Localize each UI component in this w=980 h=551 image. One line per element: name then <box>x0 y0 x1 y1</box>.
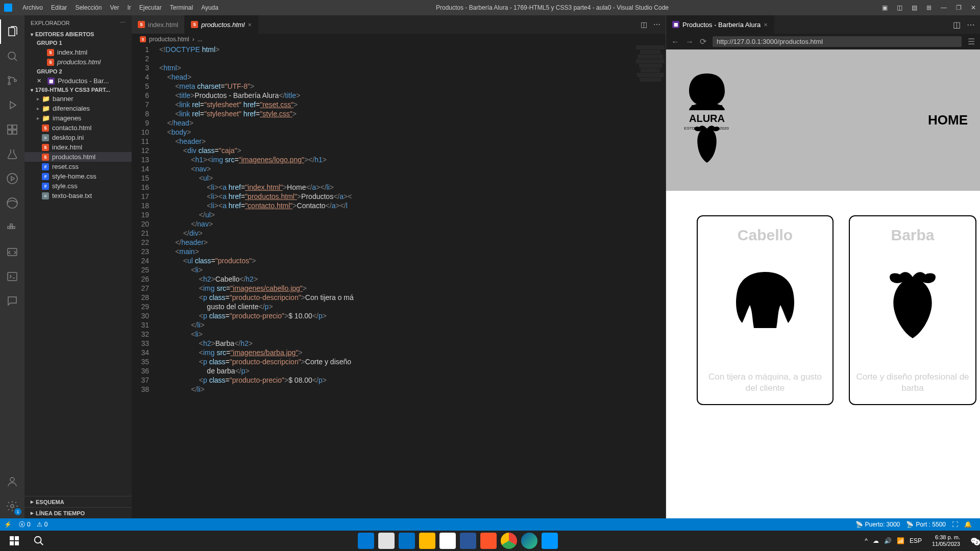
forward-icon[interactable]: → <box>685 37 694 46</box>
testing-icon[interactable] <box>0 142 24 166</box>
volume-icon[interactable]: 🔊 <box>884 537 892 544</box>
comments-icon[interactable] <box>0 289 24 313</box>
activity-bar: 1 <box>0 15 24 518</box>
open-editor-productos[interactable]: 5productos.html <box>24 57 132 67</box>
split-icon[interactable]: ◫ <box>641 20 647 29</box>
section-label: EDITORES ABIERTOS <box>35 31 94 37</box>
extensions-icon[interactable] <box>0 117 24 142</box>
layout-side-icon[interactable]: ▤ <box>912 4 917 11</box>
menu-ver[interactable]: Ver <box>106 4 123 11</box>
tray-chevron-icon[interactable]: ^ <box>865 537 868 544</box>
split-icon[interactable]: ◫ <box>953 20 961 30</box>
explorer-icon[interactable] <box>0 19 24 44</box>
file-item[interactable]: #reset.css <box>24 162 132 171</box>
file-label: productos.html <box>57 58 101 66</box>
errors-indicator[interactable]: ⓧ 0 <box>16 520 34 529</box>
folder-item[interactable]: ▸📁diferenciales <box>24 104 132 113</box>
edge-icon[interactable] <box>0 191 24 215</box>
svg-point-9 <box>7 198 17 208</box>
menu-terminal[interactable]: Terminal <box>166 4 197 11</box>
more-icon[interactable]: ⋯ <box>120 19 126 26</box>
preview-tab[interactable]: ▦Productos - Barbería Alura× <box>666 15 774 34</box>
taskbar-explorer[interactable] <box>419 533 435 549</box>
menu-ir[interactable]: Ir <box>123 4 135 11</box>
start-button[interactable] <box>2 531 27 551</box>
more-icon[interactable]: ⋯ <box>653 20 660 29</box>
feedback-icon[interactable]: ⛶ <box>949 521 961 528</box>
menu-ayuda[interactable]: Ayuda <box>197 4 223 11</box>
folder-item[interactable]: ▸📁imagenes <box>24 113 132 123</box>
tab-index[interactable]: 5index.html <box>132 15 185 34</box>
taskbar-vscode[interactable] <box>542 533 558 549</box>
workspace-section[interactable]: ▾1769-HTML5 Y CSS3 PART... <box>24 86 132 94</box>
source-control-icon[interactable] <box>0 68 24 93</box>
terminal-activity-icon[interactable] <box>0 264 24 289</box>
language-indicator[interactable]: ESP <box>910 537 922 544</box>
search-icon[interactable] <box>0 44 24 68</box>
outline-section[interactable]: ▸ESQUEMA <box>24 496 132 507</box>
breadcrumb[interactable]: 5 productos.html › ... <box>132 34 666 45</box>
minimap[interactable] <box>635 45 666 518</box>
close-icon[interactable]: ✕ <box>37 78 41 84</box>
docker-icon[interactable] <box>0 215 24 240</box>
close-icon[interactable]: × <box>764 21 768 29</box>
maximize-button[interactable]: ❐ <box>956 4 962 11</box>
account-icon[interactable] <box>0 469 24 494</box>
file-item[interactable]: #style.css <box>24 181 132 191</box>
clock[interactable]: 6:38 p. m. 11/05/2023 <box>927 534 965 547</box>
bell-icon[interactable]: 🔔 <box>961 521 975 528</box>
liveserver-indicator[interactable]: 📡 Port : 5500 <box>903 521 949 528</box>
back-icon[interactable]: ← <box>671 37 679 46</box>
taskbar-edge[interactable] <box>521 533 537 549</box>
file-item[interactable]: 5productos.html <box>24 152 132 162</box>
layout-grid-icon[interactable]: ⊞ <box>926 4 932 11</box>
folder-item[interactable]: ▸📁banner <box>24 94 132 104</box>
more-icon[interactable]: ⋯ <box>967 20 975 30</box>
products-list: Cabello Con tijera o máquina, a gusto de… <box>666 191 980 405</box>
warnings-indicator[interactable]: ⚠ 0 <box>34 521 51 528</box>
open-editor-index[interactable]: 5index.html <box>24 47 132 57</box>
timeline-section[interactable]: ▸LÍNEA DE TIEMPO <box>24 507 132 518</box>
svg-text:2020: 2020 <box>720 126 729 131</box>
file-item[interactable]: ≡desktop.ini <box>24 133 132 142</box>
taskbar-app[interactable] <box>378 533 395 549</box>
taskbar-word[interactable] <box>460 533 476 549</box>
remote-indicator[interactable]: ⚡ <box>0 521 16 528</box>
file-item[interactable]: ≡texto-base.txt <box>24 191 132 201</box>
settings-gear-icon[interactable]: 1 <box>0 494 24 518</box>
taskbar-app[interactable] <box>358 533 374 549</box>
run-debug-icon[interactable] <box>0 93 24 117</box>
port-indicator[interactable]: 📡 Puerto: 3000 <box>852 521 903 528</box>
taskbar-outlook[interactable] <box>399 533 415 549</box>
notifications-icon[interactable]: 💬2 <box>970 537 978 544</box>
menu-icon[interactable]: ☰ <box>968 37 975 46</box>
tab-productos[interactable]: 5productos.html× <box>185 15 258 34</box>
live-share-icon[interactable] <box>0 166 24 191</box>
menu-archivo[interactable]: Archivo <box>18 4 47 11</box>
taskbar-brave[interactable] <box>480 533 497 549</box>
url-bar[interactable]: http://127.0.0.1:3000/productos.html <box>713 36 962 47</box>
menu-ejecutar[interactable]: Ejecutar <box>135 4 166 11</box>
file-item[interactable]: 5contacto.html <box>24 123 132 133</box>
open-editors-section[interactable]: ▾EDITORES ABIERTOS <box>24 30 132 38</box>
layout-toggle-icon[interactable]: ▣ <box>882 4 888 11</box>
file-item[interactable]: #style-home.css <box>24 171 132 181</box>
code-editor[interactable]: 1234567891011121314151617181920212223242… <box>132 45 666 518</box>
file-item[interactable]: 5index.html <box>24 142 132 152</box>
reload-icon[interactable]: ⟳ <box>700 37 706 46</box>
close-button[interactable]: ✕ <box>971 4 976 11</box>
open-editor-preview[interactable]: ✕▦Productos - Bar... <box>24 76 132 86</box>
menu-seleccion[interactable]: Selección <box>71 4 106 11</box>
menu-editar[interactable]: Editar <box>47 4 71 11</box>
remote-explorer-icon[interactable] <box>0 240 24 264</box>
wifi-icon[interactable]: 📶 <box>897 537 904 544</box>
onedrive-icon[interactable]: ☁ <box>873 537 879 544</box>
nav-home-link[interactable]: HOME <box>928 112 968 128</box>
close-icon[interactable]: × <box>248 21 252 29</box>
layout-panel-icon[interactable]: ◫ <box>897 4 902 11</box>
minimize-button[interactable]: ― <box>941 4 947 11</box>
search-icon[interactable] <box>27 531 51 551</box>
taskbar-store[interactable] <box>439 533 456 549</box>
svg-point-16 <box>10 478 14 482</box>
taskbar-chrome[interactable] <box>501 533 517 549</box>
